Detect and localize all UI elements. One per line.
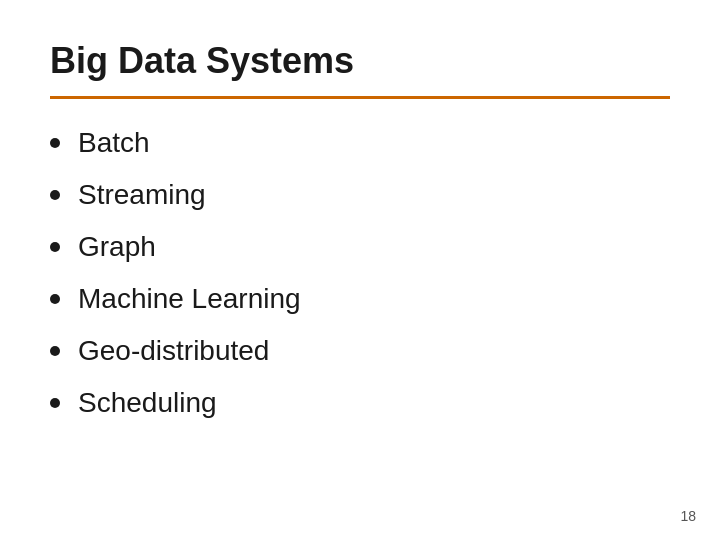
bullet-dot-machine-learning bbox=[50, 294, 60, 304]
bullet-label-scheduling: Scheduling bbox=[78, 387, 217, 419]
page-number: 18 bbox=[680, 508, 696, 524]
bullet-item-scheduling: Scheduling bbox=[50, 387, 670, 419]
bullet-dot-streaming bbox=[50, 190, 60, 200]
title-divider bbox=[50, 96, 670, 99]
bullet-list: BatchStreamingGraphMachine LearningGeo-d… bbox=[50, 127, 670, 419]
bullet-label-batch: Batch bbox=[78, 127, 150, 159]
bullet-dot-batch bbox=[50, 138, 60, 148]
bullet-item-machine-learning: Machine Learning bbox=[50, 283, 670, 315]
bullet-item-graph: Graph bbox=[50, 231, 670, 263]
bullet-item-batch: Batch bbox=[50, 127, 670, 159]
bullet-label-machine-learning: Machine Learning bbox=[78, 283, 301, 315]
bullet-item-streaming: Streaming bbox=[50, 179, 670, 211]
slide: Big Data Systems BatchStreamingGraphMach… bbox=[0, 0, 720, 540]
bullet-label-geo-distributed: Geo-distributed bbox=[78, 335, 269, 367]
bullet-dot-geo-distributed bbox=[50, 346, 60, 356]
bullet-item-geo-distributed: Geo-distributed bbox=[50, 335, 670, 367]
slide-title: Big Data Systems bbox=[50, 40, 670, 82]
bullet-label-graph: Graph bbox=[78, 231, 156, 263]
bullet-dot-graph bbox=[50, 242, 60, 252]
bullet-label-streaming: Streaming bbox=[78, 179, 206, 211]
bullet-dot-scheduling bbox=[50, 398, 60, 408]
